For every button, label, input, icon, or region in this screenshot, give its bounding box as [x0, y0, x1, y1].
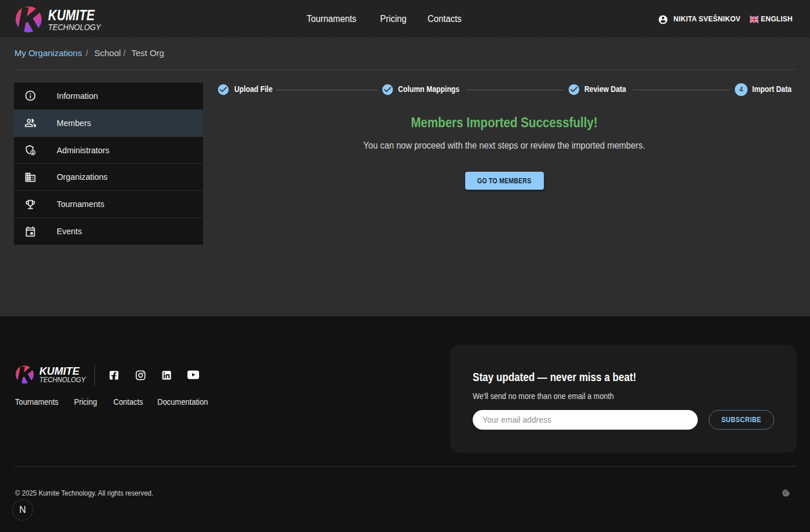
svg-text:K: K [18, 3, 43, 36]
svg-text:K: K [17, 363, 35, 386]
